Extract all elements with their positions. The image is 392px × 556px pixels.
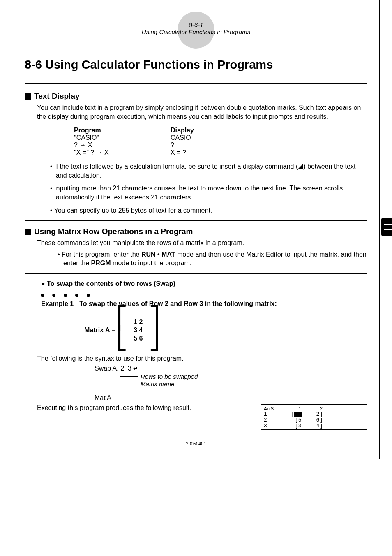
page-divider (379, 0, 380, 459)
list-item: • Inputting more than 21 characters caus… (50, 184, 367, 202)
calculator-icon (381, 218, 392, 236)
section-matrix-heading: Using Matrix Row Operations in a Program (25, 227, 367, 236)
rule (25, 83, 367, 84)
connector-line (120, 372, 120, 376)
footer-date: 20050401 (25, 441, 367, 446)
list-item: • You can specify up to 255 bytes of tex… (50, 206, 367, 215)
table-cell: CASIO (171, 134, 191, 141)
calc-header: AnS (264, 406, 280, 412)
rule (25, 220, 367, 221)
connector-line (112, 384, 138, 384)
swap-syntax: Swap A, 2, 3 ↵ Rows to be swapped Matrix… (95, 365, 367, 392)
calc-cell: [3 (280, 423, 302, 429)
calc-cell: 6] (302, 417, 323, 423)
annotation-rows: Rows to be swapped (141, 373, 198, 380)
square-bullet-icon (25, 229, 31, 235)
connector-line (114, 372, 120, 376)
table-cell: "X =" ? → X (74, 149, 171, 156)
section-title: Text Display (34, 92, 80, 101)
calc-cell: [ (280, 412, 302, 417)
program-display-table: Program Display "CASIO" CASIO ? → X ? "X… (74, 127, 367, 156)
example-label: Example 1 (41, 300, 74, 308)
matrix-label: Matrix A = (84, 327, 115, 334)
example-row: Example 1 To swap the values of Row 2 an… (41, 300, 367, 308)
col-head-display: Display (171, 127, 194, 134)
running-title: Using Calculator Functions in Programs (25, 28, 367, 35)
matrix-display: Matrix A = ⎡⎣ 1 2 3 4 5 6 ⎤⎦ (84, 310, 367, 350)
section-text-display-heading: Text Display (25, 92, 367, 101)
dot-row-icon: ● ● ● ● ● (40, 291, 367, 299)
square-bullet-icon (25, 93, 31, 100)
matrix-values: 1 2 3 4 5 6 (129, 318, 148, 343)
table-cell: ? (171, 141, 174, 149)
col-head-program: Program (74, 127, 171, 134)
list-item: • For this program, enter the RUN • MAT … (58, 250, 367, 268)
calc-col-head: 2 (302, 406, 323, 412)
list-item: • If the text is followed by a calculati… (50, 162, 367, 180)
annotation-matrix: Matrix name (141, 380, 175, 387)
calc-row-idx: 2 (264, 417, 280, 423)
bracket-left-icon: ⎡⎣ (115, 310, 129, 350)
running-header: 8-6-1 Using Calculator Functions in Prog… (25, 12, 367, 35)
bullet-list: • If the text is followed by a calculati… (50, 162, 367, 215)
carriage-return-icon: ↵ (133, 365, 138, 372)
table-cell: ? → X (74, 141, 171, 149)
result-intro: Executing this program produces the foll… (37, 404, 261, 412)
rule (25, 273, 367, 274)
calculator-screen: AnS 1 2 1 [ 2] 2 [5 6] 3 [3 4] (261, 404, 367, 430)
mat-a-line: Mat A (95, 394, 367, 402)
calc-col-head: 1 (280, 406, 302, 412)
text-display-intro: You can include text in a program by sim… (37, 103, 367, 121)
swap-args: A, 2, 3 (113, 365, 131, 372)
connector-line (112, 372, 112, 384)
table-cell: X = ? (171, 149, 186, 156)
bracket-right-icon: ⎤⎦ (148, 310, 161, 350)
cursor-icon (294, 412, 302, 417)
calc-row-idx: 1 (264, 412, 280, 417)
calc-cell: 4] (302, 423, 323, 429)
table-cell: "CASIO" (74, 134, 171, 141)
connector-line (120, 376, 138, 377)
syntax-intro: The following is the syntax to use for t… (37, 354, 367, 363)
calc-cell: [5 (280, 417, 302, 423)
example-text: To swap the values of Row 2 and Row 3 in… (79, 300, 277, 308)
calc-cell: 2] (302, 412, 323, 417)
calc-row-idx: 3 (264, 423, 280, 429)
main-heading: 8-6 Using Calculator Functions in Progra… (25, 58, 367, 72)
swap-heading: ● To swap the contents of two rows (Swap… (41, 280, 367, 287)
matrix-intro: These commands let you manipulate the ro… (37, 239, 367, 248)
display-command-icon (298, 164, 303, 169)
page-ref: 8-6-1 (25, 21, 367, 28)
section-title: Using Matrix Row Operations in a Program (34, 227, 193, 236)
